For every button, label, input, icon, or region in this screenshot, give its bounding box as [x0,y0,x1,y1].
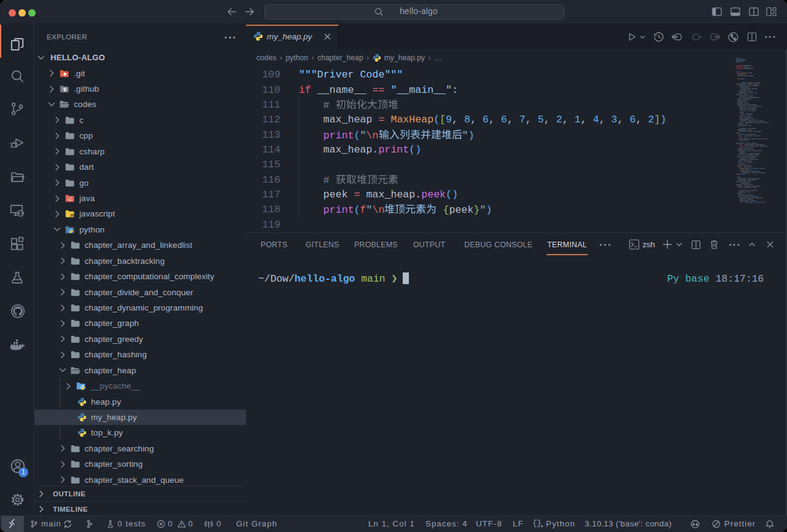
svg-text:JS: JS [70,213,74,217]
